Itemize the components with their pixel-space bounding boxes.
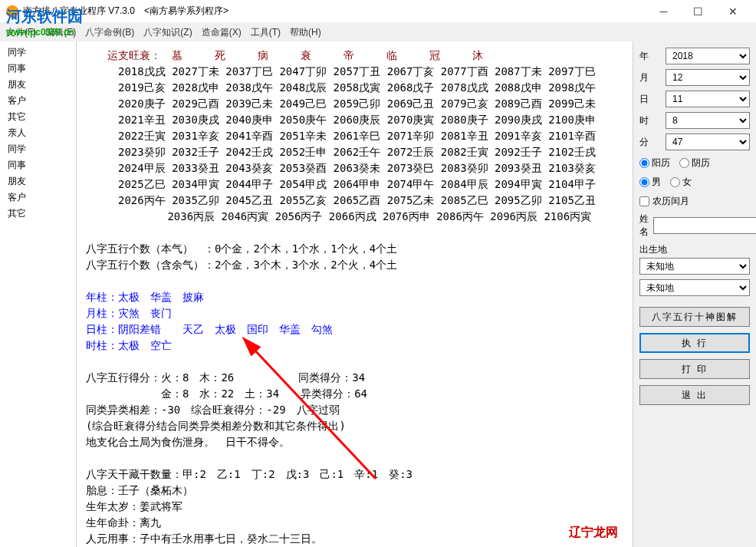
name-input[interactable] bbox=[653, 217, 756, 234]
month-select[interactable]: 12 bbox=[666, 69, 750, 86]
sidebar-item[interactable]: 同事 bbox=[3, 157, 73, 173]
header-row: 运支旺衰： 墓 死 病 衰 帝 临 冠 沐 bbox=[86, 48, 623, 64]
menubar: 文件(F) 编辑(E) 八字命例(B) 八字知识(Z) 造命篇(X) 工具(T)… bbox=[0, 23, 756, 41]
hour-label: 时 bbox=[639, 114, 661, 127]
year-row: 2019己亥 2028戊申 2038戊午 2048戊辰 2058戊寅 2068戊… bbox=[86, 80, 623, 96]
renyuan-line: 人元用事：子中有壬水用事七日，癸水二十三日。 bbox=[86, 531, 623, 547]
name-label: 姓名 bbox=[639, 213, 649, 239]
menu-file[interactable]: 文件(F) bbox=[6, 26, 36, 39]
leap-label: 农历闰月 bbox=[652, 195, 689, 208]
menu-bazizhi[interactable]: 八字知识(Z) bbox=[143, 26, 192, 39]
day-select[interactable]: 11 bbox=[666, 91, 750, 107]
run-button[interactable]: 执 行 bbox=[639, 333, 750, 353]
maximize-button[interactable]: ☐ bbox=[681, 1, 715, 22]
sidebar: 同学 同事 朋友 客户 其它 亲人 同学 同事 朋友 客户 其它 bbox=[0, 41, 77, 547]
year-row: 2018戊戌 2027丁未 2037丁巳 2047丁卯 2057丁丑 2067丁… bbox=[86, 64, 623, 80]
right-panel: 年 2018 月 12 日 11 时 8 分 47 阳历 阴历 男 女 bbox=[633, 41, 756, 547]
year-select[interactable]: 2018 bbox=[666, 48, 750, 64]
score-line: 金：8 水：22 土：34 异类得分：64 bbox=[86, 386, 623, 402]
menu-edit[interactable]: 编辑(E) bbox=[45, 26, 76, 39]
year-row: 2026丙午 2035乙卯 2045乙丑 2055乙亥 2065乙酉 2075乙… bbox=[86, 193, 623, 209]
pillar-month: 月柱：灾煞 丧门 bbox=[86, 305, 623, 321]
minggua-line: 生年命卦：离九 bbox=[86, 515, 623, 531]
year-row: 2021辛丑 2030庚戌 2040庚申 2050庚午 2060庚辰 2070庚… bbox=[86, 112, 623, 128]
close-button[interactable]: ✕ bbox=[715, 1, 750, 22]
sidebar-item[interactable]: 同学 bbox=[3, 141, 73, 157]
sidebar-item[interactable]: 其它 bbox=[3, 206, 73, 222]
year-row: 2025乙巳 2034甲寅 2044甲子 2054甲戌 2064甲申 2074甲… bbox=[86, 176, 623, 193]
taixi-line: 胎息：壬子（桑柘木） bbox=[86, 483, 623, 499]
year-row: 2036丙辰 2046丙寅 2056丙子 2066丙戌 2076丙申 2086丙… bbox=[86, 209, 623, 225]
month-label: 月 bbox=[639, 71, 661, 84]
sidebar-item[interactable]: 同学 bbox=[3, 44, 73, 61]
print-button[interactable]: 打 印 bbox=[639, 359, 750, 379]
minute-label: 分 bbox=[639, 136, 661, 149]
year-row: 2020庚子 2029己酉 2039己未 2049己巳 2059己卯 2069己… bbox=[86, 96, 623, 112]
year-row: 2023癸卯 2032壬子 2042壬戌 2052壬申 2062壬午 2072壬… bbox=[86, 144, 623, 160]
wuxing-count-1: 八字五行个数（本气） ：0个金，2个木，1个水，1个火，4个土 bbox=[86, 241, 623, 257]
score-line: (综合旺衰得分结合同类异类相差分数和其它条件得出) bbox=[86, 418, 623, 434]
lunar-radio[interactable]: 阴历 bbox=[679, 157, 710, 170]
female-radio[interactable]: 女 bbox=[670, 176, 692, 189]
pillar-year: 年柱：太极 华盖 披麻 bbox=[86, 289, 623, 305]
sidebar-item[interactable]: 客户 bbox=[3, 93, 73, 109]
year-label: 年 bbox=[639, 50, 661, 63]
content-area: 运支旺衰： 墓 死 病 衰 帝 临 冠 沐 2018戊戌 2027丁未 2037… bbox=[77, 41, 633, 547]
menu-baziming[interactable]: 八字命例(B) bbox=[85, 26, 134, 39]
pillar-hour: 时柱：太极 空亡 bbox=[86, 338, 623, 354]
city-select[interactable]: 未知地 bbox=[639, 279, 750, 296]
day-label: 日 bbox=[639, 93, 661, 106]
year-row: 2024甲辰 2033癸丑 2043癸亥 2053癸酉 2063癸未 2073癸… bbox=[86, 160, 623, 176]
birthplace-label: 出生地 bbox=[639, 243, 750, 256]
solar-radio[interactable]: 阳历 bbox=[639, 157, 670, 170]
score-line: 同类异类相差：-30 综合旺衰得分：-29 八字过弱 bbox=[86, 402, 623, 418]
tiangan-line: 八字天干藏干数量：甲:2 乙:1 丁:2 戊:3 己:1 辛:1 癸:3 bbox=[86, 466, 623, 483]
province-select[interactable]: 未知地 bbox=[639, 258, 750, 275]
app-icon bbox=[6, 5, 18, 18]
leap-checkbox[interactable] bbox=[639, 196, 649, 206]
titlebar: 南方排八字专业程序 V7.3.0 <南方易学系列程序> ─ ☐ ✕ bbox=[0, 0, 756, 23]
minimize-button[interactable]: ─ bbox=[646, 1, 681, 22]
sidebar-item[interactable]: 亲人 bbox=[3, 125, 73, 141]
menu-help[interactable]: 帮助(H) bbox=[290, 26, 321, 39]
taisui-line: 生年太岁：姜武将军 bbox=[86, 499, 623, 515]
sidebar-item[interactable]: 朋友 bbox=[3, 77, 73, 93]
minute-select[interactable]: 47 bbox=[666, 133, 750, 150]
wuxing-count-2: 八字五行个数（含余气）：2个金，3个木，3个水，2个火，4个土 bbox=[86, 257, 623, 273]
sidebar-item[interactable]: 同事 bbox=[3, 61, 73, 77]
window-title: 南方排八字专业程序 V7.3.0 <南方易学系列程序> bbox=[23, 5, 646, 18]
score-line: 地支化合土局为食伤泄身。 日干不得令。 bbox=[86, 434, 623, 450]
sidebar-item[interactable]: 其它 bbox=[3, 109, 73, 125]
sidebar-item[interactable]: 朋友 bbox=[3, 173, 73, 189]
year-row: 2022壬寅 2031辛亥 2041辛酉 2051辛未 2061辛巳 2071辛… bbox=[86, 128, 623, 144]
menu-tool[interactable]: 工具(T) bbox=[251, 26, 281, 39]
menu-zaoming[interactable]: 造命篇(X) bbox=[202, 26, 242, 39]
hour-select[interactable]: 8 bbox=[666, 112, 750, 129]
chart-button[interactable]: 八字五行十神图解 bbox=[639, 307, 750, 327]
score-line: 八字五行得分：火：8 木：26 同类得分：34 bbox=[86, 370, 623, 386]
exit-button[interactable]: 退 出 bbox=[639, 385, 750, 405]
male-radio[interactable]: 男 bbox=[639, 176, 661, 189]
pillar-day: 日柱：阴阳差错 天乙 太极 国印 华盖 勾煞 bbox=[86, 321, 623, 338]
sidebar-item[interactable]: 客户 bbox=[3, 189, 73, 206]
